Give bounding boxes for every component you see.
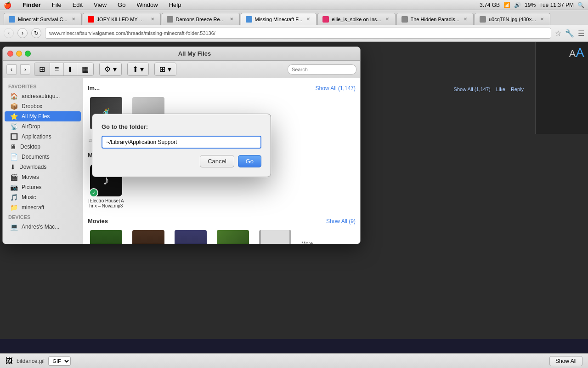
go-button[interactable]: Go	[238, 155, 261, 167]
tab-2-close[interactable]: ✕	[149, 16, 156, 23]
menubar-right: 3.74 GB 📶 🔊 19% Tue 11:37 PM 🔍	[480, 2, 584, 8]
finder-window-container: All My Files ‹ › ⊞ ≡ ⫿ ▦ ⚙ ▾ ⬆ ▾	[2, 46, 361, 244]
tab-6-favicon	[401, 16, 408, 23]
apple-menu-icon[interactable]: 🍎	[4, 1, 11, 9]
file-icon: 🖼	[6, 357, 13, 365]
tab-3-title: Demons Breeze Rem...	[176, 17, 226, 22]
browser-chrome: Minecraft Survival C... ✕ JOEY KILLED MY…	[0, 10, 588, 42]
dialog-overlay: Go to the folder: Cancel Go	[3, 47, 360, 244]
tab-6[interactable]: The Hidden Paradis... ✕	[396, 13, 474, 25]
tab-6-close[interactable]: ✕	[462, 16, 469, 23]
menubar-go[interactable]: Go	[116, 1, 127, 8]
tab-bar: Minecraft Survival C... ✕ JOEY KILLED MY…	[0, 10, 588, 25]
menubar-time: Tue 11:37 PM	[539, 2, 574, 8]
nav-bar: ‹ › ↻ www.minecraftsurvivalgames.com/thr…	[0, 25, 588, 41]
tab-7-favicon	[480, 16, 486, 23]
tab-7-close[interactable]: ✕	[539, 16, 545, 23]
menubar-sound-icon: 🔊	[514, 2, 521, 8]
forward-button[interactable]: ›	[17, 28, 28, 38]
address-text: www.minecraftsurvivalgames.com/threads/m…	[49, 30, 215, 36]
goto-folder-dialog: Go to the folder: Cancel Go	[92, 114, 271, 177]
tab-2-favicon	[88, 16, 94, 23]
tab-2-title: JOEY KILLED MY DO...	[97, 17, 147, 22]
tab-3[interactable]: Demons Breeze Rem... ✕	[162, 13, 240, 25]
tab-1-close[interactable]: ✕	[70, 16, 77, 23]
tab-4-close[interactable]: ✕	[305, 16, 311, 23]
address-bar[interactable]: www.minecraftsurvivalgames.com/threads/m…	[45, 28, 551, 39]
bottom-bar: 🖼 bitdance.gif GIF Show All	[0, 353, 588, 368]
file-type-dropdown[interactable]: GIF	[48, 356, 71, 366]
dialog-buttons: Cancel Go	[102, 155, 261, 167]
cancel-button[interactable]: Cancel	[200, 155, 234, 167]
tab-5[interactable]: ellie_is_spike on Ins... ✕	[317, 13, 396, 25]
tab-1-title: Minecraft Survival C...	[18, 17, 68, 22]
tab-7-title: u0cqT8N.jpg (480×...	[489, 17, 536, 22]
menubar-memory: 3.74 GB	[480, 2, 500, 8]
refresh-button[interactable]: ↻	[31, 28, 41, 38]
menubar-wifi-icon: 📶	[503, 2, 510, 8]
show-all-action[interactable]: Show All (1,147)	[454, 86, 491, 92]
tab-4-favicon	[246, 16, 252, 23]
tab-6-title: The Hidden Paradis...	[411, 17, 459, 22]
right-panel: AA	[535, 42, 588, 134]
tab-3-close[interactable]: ✕	[228, 16, 235, 23]
tab-4[interactable]: Missing Minecraft F... ✕	[241, 13, 317, 25]
tab-4-title: Missing Minecraft F...	[255, 17, 302, 22]
folder-path-input[interactable]	[102, 136, 261, 149]
tab-1[interactable]: Minecraft Survival C... ✕	[4, 13, 82, 25]
menubar: 🍎 Finder File Edit View Go Window Help 3…	[0, 0, 588, 10]
tab-2[interactable]: JOEY KILLED MY DO... ✕	[83, 13, 161, 25]
tab-7[interactable]: u0cqT8N.jpg (480×... ✕	[475, 13, 550, 25]
like-link[interactable]: Like	[496, 86, 505, 92]
menubar-battery: 19%	[525, 2, 536, 8]
reply-link[interactable]: Reply	[511, 86, 524, 92]
menubar-file[interactable]: File	[50, 1, 63, 8]
menubar-search-icon[interactable]: 🔍	[577, 2, 584, 8]
show-all-button[interactable]: Show All	[549, 356, 582, 366]
menubar-view[interactable]: View	[92, 1, 108, 8]
menubar-help[interactable]: Help	[167, 1, 183, 8]
bookmark-icon[interactable]: ☆	[555, 29, 561, 38]
tab-3-favicon	[167, 16, 173, 23]
menubar-finder[interactable]: Finder	[21, 1, 43, 8]
menubar-window[interactable]: Window	[135, 1, 159, 8]
back-button[interactable]: ‹	[4, 28, 14, 38]
tab-5-favicon	[322, 16, 329, 23]
extensions-icon[interactable]: 🔧	[565, 29, 574, 38]
font-size-icon: AA	[539, 46, 584, 60]
tab-1-favicon	[9, 16, 15, 23]
main-content: SliceofBread123 Iron Sponsor View My Sta…	[0, 42, 588, 339]
menu-icon[interactable]: ☰	[578, 29, 584, 38]
tab-5-close[interactable]: ✕	[384, 16, 390, 23]
bottom-file-name: bitdance.gif	[17, 358, 45, 364]
tab-5-title: ellie_is_spike on Ins...	[332, 17, 381, 22]
menubar-edit[interactable]: Edit	[71, 1, 85, 8]
dialog-title: Go to the folder:	[102, 123, 261, 130]
